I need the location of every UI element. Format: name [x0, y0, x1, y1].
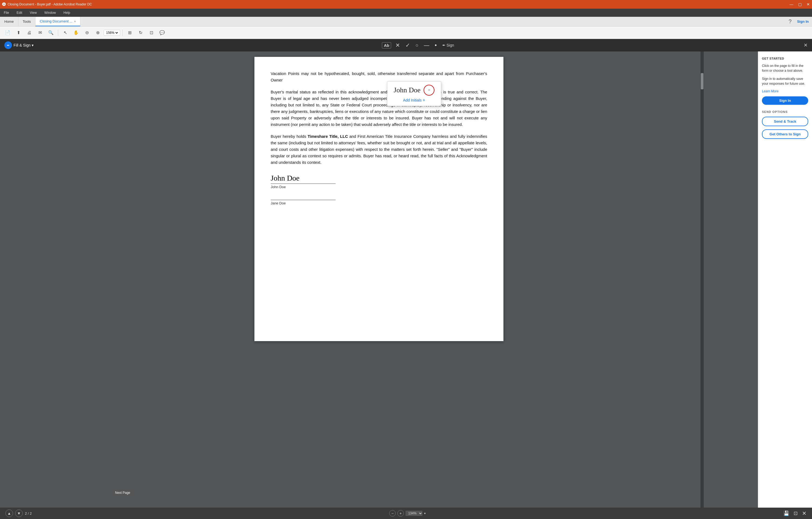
sign-in-tab-button[interactable]: Sign In: [794, 17, 812, 26]
send-options-title: SEND OPTIONS: [762, 110, 808, 113]
fit-page-btn[interactable]: ⊡: [146, 28, 156, 38]
fill-sign-icon: ✒: [4, 41, 12, 49]
line-tool[interactable]: —: [423, 41, 430, 50]
menu-file[interactable]: File: [2, 10, 10, 16]
pdf-area: John Doe × Add Initials + Vacation Point…: [0, 52, 758, 508]
page-number: 2 / 2: [25, 512, 32, 516]
create-btn[interactable]: 📄: [3, 28, 12, 38]
delete-icon: ×: [428, 88, 430, 93]
main-area: John Doe × Add Initials + Vacation Point…: [0, 52, 812, 508]
sign-in-prompt: Sign in to automatically save your respo…: [762, 76, 808, 86]
help-button[interactable]: ?: [789, 17, 792, 26]
send-track-button[interactable]: Send & Track: [762, 117, 808, 126]
fill-sign-close-btn[interactable]: ✕: [804, 42, 808, 48]
upload-btn[interactable]: ⬆: [13, 28, 23, 38]
signature-block-1: John Doe John Doe: [271, 174, 487, 189]
zoom-out-btn[interactable]: ⊖: [82, 28, 92, 38]
add-initials-button[interactable]: Add Initials +: [403, 98, 425, 103]
get-started-description: Click on the page to fill in the form or…: [762, 63, 808, 73]
email-btn[interactable]: ✉: [35, 28, 45, 38]
get-started-title: GET STARTED: [762, 57, 808, 60]
next-page-button[interactable]: ▼: [15, 510, 23, 517]
rotate-btn[interactable]: ↻: [136, 28, 145, 38]
tab-document[interactable]: Closing Document ... ×: [35, 17, 80, 26]
zoom-area: − + 134% ▾: [389, 510, 426, 517]
sign-tool[interactable]: ✒ Sign: [441, 42, 455, 49]
sign-pen-icon: ✒: [442, 43, 445, 47]
titlebar-left: 🅐 Closing Document - Buyer.pdf - Adobe A…: [2, 2, 92, 6]
ellipse-tool[interactable]: ○: [414, 41, 419, 49]
zoom-value-select[interactable]: 134%: [405, 511, 423, 516]
fill-sign-dropdown-icon: ▾: [32, 43, 34, 47]
fill-sign-left: ✒ Fill & Sign ▾: [4, 41, 34, 49]
plus-icon: +: [423, 98, 425, 103]
comment-btn[interactable]: 💬: [157, 28, 167, 38]
fill-sign-bar: ✒ Fill & Sign ▾ Ab ✕ ✓ ○ — • ✒ Sign ✕: [0, 39, 812, 52]
signature-block-2: Jane Doe: [271, 200, 487, 205]
titlebar: 🅐 Closing Document - Buyer.pdf - Adobe A…: [0, 0, 812, 9]
statusbar: ▲ ▼ 2 / 2 − + 134% ▾ 💾 ⊡ ✕: [0, 508, 812, 519]
zoom-in-btn[interactable]: ⊕: [93, 28, 103, 38]
hand-tool[interactable]: ✋: [71, 28, 81, 38]
fill-sign-dropdown[interactable]: Fill & Sign ▾: [13, 43, 34, 47]
tab-home[interactable]: Home: [0, 17, 19, 26]
get-others-to-sign-button[interactable]: Get Others to Sign: [762, 129, 808, 139]
sig-delete-button[interactable]: ×: [424, 85, 434, 95]
menu-edit[interactable]: Edit: [15, 10, 24, 16]
tab-close-icon[interactable]: ×: [74, 20, 76, 23]
app-icon: 🅐: [2, 2, 6, 6]
pdf-paragraph-3: Buyer hereby holds Timeshare Title, LLC …: [271, 133, 487, 166]
separator-2: [122, 30, 123, 36]
learn-more-link[interactable]: Learn More: [762, 89, 808, 93]
close-window-button[interactable]: ✕: [807, 2, 810, 6]
zoom-out-status-btn[interactable]: −: [389, 510, 396, 517]
toolbar: 📄 ⬆ 🖨 ✉ 🔍 ↖ ✋ ⊖ ⊕ 156% ⊞ ↻ ⊡ 💬: [0, 27, 812, 39]
titlebar-title: Closing Document - Buyer.pdf - Adobe Acr…: [7, 2, 92, 6]
sig1-label: John Doe: [271, 185, 487, 189]
statusbar-nav: ▲ ▼ 2 / 2: [5, 510, 32, 517]
zoom-select[interactable]: 156%: [105, 31, 119, 35]
tab-home-label: Home: [4, 20, 14, 24]
maximize-button[interactable]: ▢: [798, 2, 802, 6]
text-tool[interactable]: Ab: [382, 42, 391, 49]
zoom-control[interactable]: 156%: [104, 30, 120, 36]
menubar: File Edit View Window Help: [0, 9, 812, 17]
scrollbar-thumb[interactable]: [701, 73, 703, 89]
checkmark-tool[interactable]: ✓: [404, 41, 411, 50]
company-name-bold: Timeshare Title, LLC: [308, 134, 348, 139]
next-page-tooltip: Next Page: [112, 490, 133, 496]
sig-popup-row: John Doe ×: [394, 85, 435, 95]
minimize-button[interactable]: —: [789, 2, 793, 6]
tab-tools[interactable]: Tools: [19, 17, 35, 26]
tab-tools-label: Tools: [23, 20, 31, 24]
select-tool[interactable]: ↖: [60, 28, 70, 38]
fill-sign-tools: Ab ✕ ✓ ○ — • ✒ Sign: [382, 40, 455, 50]
menu-window[interactable]: Window: [43, 10, 58, 16]
tabbar: Home Tools Closing Document ... × ? Sign…: [0, 17, 812, 27]
vertical-scrollbar[interactable]: [700, 52, 704, 508]
chevron-down-icon: ▾: [424, 512, 426, 515]
sig-cursive-text: John Doe: [394, 86, 420, 94]
print-btn[interactable]: 🖨: [24, 28, 34, 38]
pdf-paragraph-1: Vacation Points may not be hypothecated,…: [271, 70, 487, 83]
prev-page-button[interactable]: ▲: [5, 510, 13, 517]
sign-in-panel-button[interactable]: Sign In: [762, 96, 808, 105]
search-btn[interactable]: 🔍: [46, 28, 56, 38]
add-initials-label: Add Initials: [403, 98, 422, 102]
save-icon[interactable]: 💾: [783, 510, 789, 516]
menu-view[interactable]: View: [28, 10, 38, 16]
cross-tool[interactable]: ✕: [394, 41, 401, 50]
close-status-button[interactable]: ✕: [802, 510, 807, 517]
sig2-line: [271, 200, 336, 200]
right-panel: GET STARTED Click on the page to fill in…: [758, 52, 812, 508]
fill-sign-label-text: Fill & Sign: [13, 43, 31, 47]
menu-help[interactable]: Help: [62, 10, 72, 16]
signature-popup: John Doe × Add Initials +: [387, 81, 441, 106]
sig1-line: [271, 183, 336, 184]
tab-document-label: Closing Document ...: [40, 19, 72, 23]
dot-tool[interactable]: •: [434, 40, 438, 50]
crop-btn[interactable]: ⊞: [125, 28, 135, 38]
share-icon[interactable]: ⊡: [793, 510, 798, 516]
sig2-label: Jane Doe: [271, 201, 487, 205]
zoom-in-status-btn[interactable]: +: [397, 510, 404, 517]
